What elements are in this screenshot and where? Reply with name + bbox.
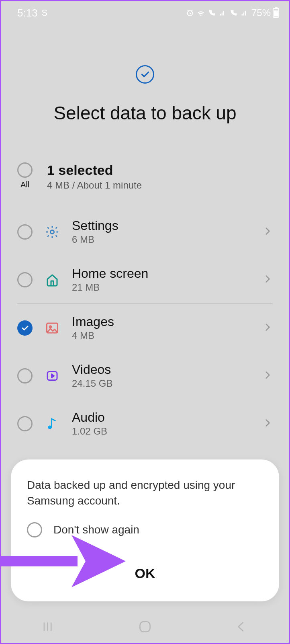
gear-icon <box>44 225 61 239</box>
call-sim2-icon <box>229 8 238 17</box>
status-bar: 5:13 S 75% <box>1 1 289 23</box>
svg-rect-11 <box>140 621 150 632</box>
chevron-right-icon <box>262 274 273 286</box>
list-item-images[interactable]: Images4 MB <box>1 304 289 352</box>
home-icon <box>44 273 61 287</box>
item-checkbox[interactable] <box>17 416 33 431</box>
item-size: 1.02 GB <box>72 426 251 437</box>
selection-summary: All 1 selected 4 MB / About 1 minute <box>1 124 289 208</box>
select-all-label: All <box>20 180 29 189</box>
item-name: Home screen <box>72 266 251 281</box>
item-checkbox[interactable] <box>17 368 33 384</box>
page-title: Select data to back up <box>1 102 289 124</box>
item-size: 4 MB <box>72 330 251 341</box>
back-button[interactable] <box>229 619 253 634</box>
battery-icon <box>273 8 279 18</box>
video-icon <box>44 369 61 383</box>
header-check-icon <box>136 65 154 84</box>
list-item-settings[interactable]: Settings6 MB <box>1 208 289 256</box>
home-button[interactable] <box>133 619 157 634</box>
selected-subtext: 4 MB / About 1 minute <box>47 180 142 191</box>
selected-count: 1 selected <box>47 162 142 178</box>
status-indicator: S <box>42 8 48 18</box>
navigation-bar <box>1 611 289 643</box>
item-size: 21 MB <box>72 282 251 293</box>
dont-show-label: Don't show again <box>53 523 139 536</box>
select-all-toggle[interactable]: All <box>17 162 33 189</box>
dialog-message: Data backed up and encrypted using your … <box>27 477 263 509</box>
list-item-audio[interactable]: Audio1.02 GB <box>1 400 289 447</box>
status-time: 5:13 <box>17 7 38 19</box>
audio-icon <box>44 416 61 431</box>
image-icon <box>44 321 61 335</box>
item-size: 6 MB <box>72 234 251 245</box>
item-name: Videos <box>72 362 251 377</box>
wifi-icon <box>196 8 205 17</box>
signal1-icon <box>218 8 227 17</box>
info-dialog: Data backed up and encrypted using your … <box>11 459 279 601</box>
item-checkbox[interactable] <box>17 320 33 336</box>
chevron-right-icon <box>262 226 273 238</box>
call-sim1-icon <box>207 8 216 17</box>
chevron-right-icon <box>262 322 273 334</box>
chevron-right-icon <box>262 370 273 382</box>
select-all-radio[interactable] <box>17 162 33 178</box>
list-item-home-screen[interactable]: Home screen21 MB <box>1 256 289 304</box>
svg-point-3 <box>49 326 51 328</box>
chevron-right-icon <box>262 418 273 430</box>
recents-button[interactable] <box>37 619 61 634</box>
item-name: Settings <box>72 218 251 233</box>
item-checkbox[interactable] <box>17 272 33 287</box>
alarm-icon <box>186 8 194 17</box>
svg-marker-5 <box>52 374 54 377</box>
ok-button[interactable]: OK <box>27 562 263 585</box>
battery-percent: 75% <box>251 7 271 18</box>
item-name: Images <box>72 314 251 329</box>
dont-show-checkbox[interactable] <box>27 522 42 537</box>
item-name: Audio <box>72 410 251 425</box>
svg-point-1 <box>51 230 54 234</box>
list-item-videos[interactable]: Videos24.15 GB <box>1 352 289 400</box>
signal2-icon <box>240 8 249 17</box>
item-checkbox[interactable] <box>17 224 33 240</box>
item-size: 24.15 GB <box>72 378 251 389</box>
